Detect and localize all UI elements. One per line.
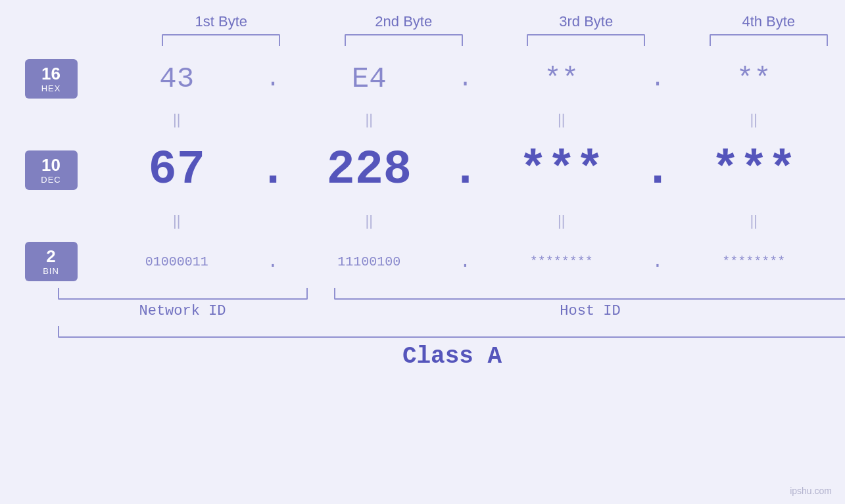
class-bracket xyxy=(58,326,846,338)
bin-val-1: 01000011 xyxy=(94,254,260,269)
dec-name: DEC xyxy=(41,175,60,185)
bracket-top-3 xyxy=(527,34,645,46)
hex-row: 43 . E4 . ** . ** xyxy=(94,53,837,105)
byte-labels-row: 1st Byte 2nd Byte 3rd Byte 4th Byte xyxy=(58,13,846,30)
bin-badge: 2 BIN xyxy=(25,242,78,281)
bin-val-2: 11100100 xyxy=(286,254,452,269)
dec-val-1: 67 xyxy=(94,143,260,197)
hex-number: 16 xyxy=(41,64,60,83)
eq2-4: || xyxy=(671,212,837,229)
hex-dot-2: . xyxy=(452,66,479,93)
bin-dot-3: . xyxy=(644,252,671,272)
bin-name: BIN xyxy=(43,266,59,276)
hex-val-1: 43 xyxy=(94,62,260,95)
equals-row-1: || || || || xyxy=(94,105,837,134)
bottom-labels: Network ID Host ID xyxy=(58,303,846,319)
hex-dot-1: . xyxy=(260,66,286,93)
eq2-3: || xyxy=(479,212,645,229)
dec-badge: 10 DEC xyxy=(25,150,78,190)
class-row: Class A xyxy=(58,326,846,370)
eq1-1: || xyxy=(94,111,260,128)
dec-val-4: *** xyxy=(671,143,837,197)
hex-dot-3: . xyxy=(644,66,671,93)
dec-number: 10 xyxy=(41,156,60,175)
hex-name: HEX xyxy=(41,83,61,93)
bin-val-4: ******** xyxy=(671,254,837,269)
hex-val-3: ** xyxy=(479,62,645,95)
network-bracket xyxy=(58,288,308,300)
bin-dot-2: . xyxy=(452,252,479,272)
full-layout: 16 HEX 10 DEC 2 BIN xyxy=(9,53,837,288)
eq1-2: || xyxy=(286,111,452,128)
dec-dot-2: . xyxy=(452,143,479,197)
bracket-top-2 xyxy=(345,34,463,46)
top-brackets-row xyxy=(58,34,846,46)
hex-val-4: ** xyxy=(671,62,837,95)
bracket-top-1 xyxy=(162,34,280,46)
byte-label-2: 2nd Byte xyxy=(326,13,482,30)
byte-label-4: 4th Byte xyxy=(690,13,845,30)
bracket-top-4 xyxy=(710,34,828,46)
class-label: Class A xyxy=(58,343,846,370)
hex-badge: 16 HEX xyxy=(25,59,78,99)
bin-dot-1: . xyxy=(260,252,286,272)
bin-number: 2 xyxy=(46,247,55,266)
hex-val-2: E4 xyxy=(286,62,452,95)
host-id-label: Host ID xyxy=(334,303,846,319)
byte-label-1: 1st Byte xyxy=(143,13,300,30)
dec-dot-3: . xyxy=(644,143,671,197)
main-container: 1st Byte 2nd Byte 3rd Byte 4th Byte 16 H… xyxy=(0,0,845,504)
eq1-4: || xyxy=(671,111,837,128)
dec-val-3: *** xyxy=(479,143,645,197)
eq1-3: || xyxy=(479,111,645,128)
eq2-2: || xyxy=(286,212,452,229)
equals-row-2: || || || || xyxy=(94,206,837,235)
dec-val-2: 228 xyxy=(286,143,452,197)
bottom-brackets xyxy=(58,288,846,300)
dec-row: 67 . 228 . *** . *** xyxy=(94,134,837,206)
data-rows: 43 . E4 . ** . ** || || || || 67 xyxy=(94,53,837,288)
bottom-section: Network ID Host ID xyxy=(58,288,846,319)
bin-val-3: ******** xyxy=(479,254,645,269)
byte-label-3: 3rd Byte xyxy=(508,13,665,30)
network-id-label: Network ID xyxy=(58,303,308,319)
bin-row: 01000011 . 11100100 . ******** . *******… xyxy=(94,235,837,288)
eq2-1: || xyxy=(94,212,260,229)
watermark: ipshu.com xyxy=(790,486,832,496)
host-bracket xyxy=(334,288,846,300)
badges-column: 16 HEX 10 DEC 2 BIN xyxy=(9,53,94,288)
dec-dot-1: . xyxy=(260,143,286,197)
